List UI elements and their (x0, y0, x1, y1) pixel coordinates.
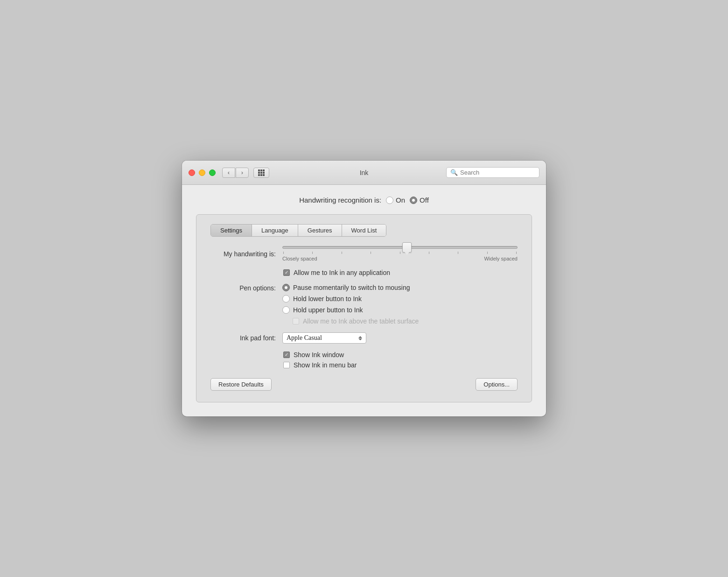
settings-content: My handwriting is: (210, 246, 518, 369)
show-ink-menu-checkbox[interactable] (283, 362, 290, 368)
radio-off-label: Off (420, 196, 429, 204)
show-ink-menu-label: Show Ink in menu bar (294, 361, 357, 369)
closely-spaced-label: Closely spaced (282, 256, 317, 261)
pen-option-3-label: Hold upper button to Ink (293, 306, 363, 314)
show-ink-menu-row: Show Ink in menu bar (283, 361, 518, 369)
titlebar: ‹ › Ink 🔍 (182, 161, 546, 185)
show-ink-window-label: Show Ink window (294, 351, 344, 359)
allow-ink-label: Allow me to Ink in any application (294, 269, 390, 276)
close-button[interactable] (189, 169, 195, 176)
options-button[interactable]: Options... (476, 378, 518, 391)
inner-panel: Settings Language Gestures Word List My … (196, 214, 532, 402)
font-select[interactable]: Apple Casual (282, 332, 366, 344)
window-title: Ink (360, 169, 369, 176)
pen-option-3-row[interactable]: Hold upper button to Ink (282, 306, 419, 314)
slider-labels: Closely spaced Widely spaced (282, 256, 518, 261)
pen-option-2-row[interactable]: Hold lower button to Ink (282, 295, 419, 303)
tab-settings[interactable]: Settings (211, 225, 252, 236)
slider-track[interactable] (282, 246, 518, 249)
pen-options-label: Pen options: (210, 284, 276, 292)
pen-option-2-label: Hold lower button to Ink (293, 295, 362, 303)
font-row: Ink pad font: Apple Casual (210, 332, 518, 344)
grid-view-button[interactable] (253, 168, 269, 178)
handwriting-label: My handwriting is: (210, 250, 276, 258)
pen-option-4-checkbox[interactable] (293, 318, 299, 324)
pen-option-2-radio[interactable] (282, 295, 290, 303)
slider-thumb[interactable] (402, 242, 412, 253)
show-ink-window-row: Show Ink window (283, 351, 518, 359)
pen-options-list: Pause momentarily to switch to mousing H… (282, 284, 419, 325)
slider-row: My handwriting is: (210, 246, 518, 261)
allow-ink-checkbox[interactable] (283, 269, 290, 276)
radio-off-circle[interactable] (410, 197, 417, 204)
allow-ink-row: Allow me to Ink in any application (210, 269, 518, 276)
search-box[interactable]: 🔍 (446, 167, 539, 178)
radio-off-option[interactable]: Off (410, 196, 429, 204)
widely-spaced-label: Widely spaced (484, 256, 518, 261)
show-ink-section: Show Ink window Show Ink in menu bar (210, 351, 518, 369)
pen-options-section: Pen options: Pause momentarily to switch… (210, 284, 518, 325)
pen-option-4-label: Allow me to Ink above the tablet surface (303, 317, 419, 325)
slider-container: Closely spaced Widely spaced (282, 246, 518, 261)
back-button[interactable]: ‹ (222, 168, 235, 178)
tick-marks (282, 252, 518, 254)
restore-defaults-button[interactable]: Restore Defaults (210, 378, 272, 391)
maximize-button[interactable] (209, 169, 216, 176)
forward-button[interactable]: › (236, 168, 249, 178)
slider-fill (283, 246, 412, 248)
nav-buttons: ‹ › (222, 168, 249, 178)
radio-on-label: On (396, 196, 405, 204)
search-icon: 🔍 (450, 169, 458, 176)
pen-option-4-row: Allow me to Ink above the tablet surface (282, 317, 419, 325)
main-window: ‹ › Ink 🔍 Handwriting recognition is: On (182, 161, 546, 416)
pen-option-1-label: Pause momentarily to switch to mousing (293, 284, 410, 291)
radio-on-circle[interactable] (386, 197, 393, 204)
radio-on-option[interactable]: On (386, 196, 405, 204)
minimize-button[interactable] (199, 169, 205, 176)
recognition-row: Handwriting recognition is: On Off (196, 196, 532, 204)
show-ink-window-checkbox[interactable] (283, 352, 290, 358)
grid-icon (258, 169, 265, 176)
font-arrows-icon (358, 336, 362, 340)
bottom-buttons: Restore Defaults Options... (210, 378, 518, 391)
tab-gestures[interactable]: Gestures (298, 225, 342, 236)
pen-option-1-radio[interactable] (282, 284, 290, 291)
tab-language[interactable]: Language (252, 225, 298, 236)
font-label: Ink pad font: (210, 334, 276, 342)
search-input[interactable] (460, 169, 535, 176)
font-select-value: Apple Casual (287, 334, 322, 342)
font-arrow-up (358, 336, 362, 338)
pen-option-1-row[interactable]: Pause momentarily to switch to mousing (282, 284, 419, 291)
traffic-lights (189, 169, 216, 176)
tab-wordlist[interactable]: Word List (342, 225, 386, 236)
content-area: Handwriting recognition is: On Off Setti… (182, 185, 546, 416)
font-arrow-down (358, 338, 362, 340)
tab-bar: Settings Language Gestures Word List (210, 224, 386, 237)
recognition-label: Handwriting recognition is: (299, 196, 381, 204)
pen-option-3-radio[interactable] (282, 306, 290, 314)
